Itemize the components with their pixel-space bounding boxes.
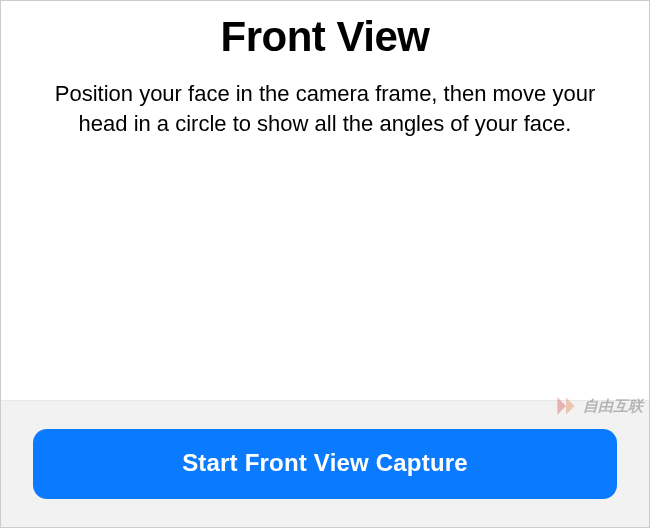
page-title: Front View: [41, 13, 609, 61]
footer-area: Start Front View Capture: [1, 400, 649, 527]
content-area: Front View Position your face in the cam…: [1, 1, 649, 400]
start-capture-button[interactable]: Start Front View Capture: [33, 429, 617, 499]
instruction-text: Position your face in the camera frame, …: [45, 79, 605, 138]
